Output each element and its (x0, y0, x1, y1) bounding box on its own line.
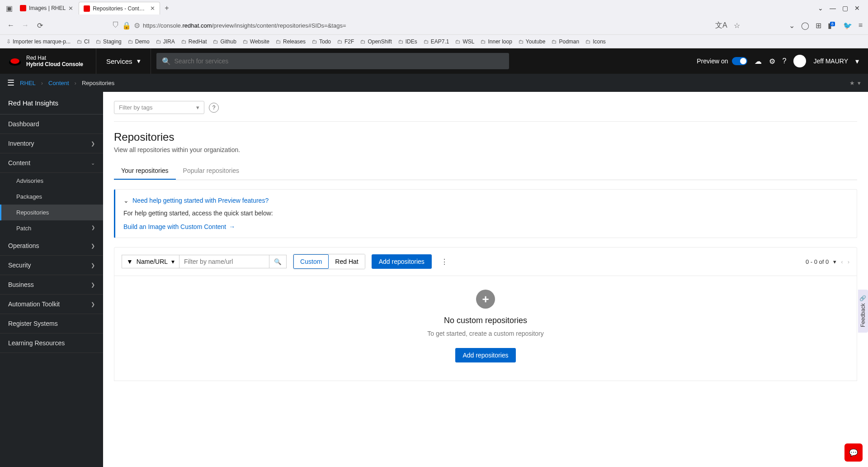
address-bar[interactable]: https://console.redhat.com/preview/insig… (143, 22, 346, 29)
bookmark-item[interactable]: 🗀JIRA (156, 38, 175, 45)
notif-icon[interactable]: ▮8 (828, 21, 837, 30)
bookmark-item[interactable]: 🗀IDEs (398, 38, 417, 45)
sidebar-subitem-repositories[interactable]: Repositories (0, 205, 103, 220)
browser-tab[interactable]: Images | RHEL ✕ (15, 2, 78, 14)
avatar[interactable] (793, 55, 806, 67)
help-icon[interactable]: ? (783, 57, 787, 65)
permissions-icon[interactable]: ⚙ (134, 21, 140, 30)
caret-down-icon[interactable]: ▾ (855, 57, 859, 66)
filter-input[interactable] (179, 255, 269, 268)
caret-down-icon: ▾ (171, 258, 175, 265)
bookmark-item[interactable]: 🗀Icons (585, 38, 606, 45)
browser-sidebar-toggle-icon[interactable]: ▣ (4, 3, 14, 14)
bookmark-item[interactable]: 🗀OpenShift (360, 38, 392, 45)
add-repositories-button[interactable]: Add repositories (455, 348, 515, 362)
new-tab-button[interactable]: + (161, 2, 172, 14)
bookmark-item[interactable]: 🗀RedHat (181, 38, 207, 45)
info-quickstart-link[interactable]: Build an Image with Custom Content → (123, 223, 849, 230)
breadcrumb-link[interactable]: RHEL (20, 80, 36, 86)
folder-icon: 🗀 (519, 38, 524, 45)
search-button[interactable]: 🔍 (269, 255, 287, 268)
bookmark-star-icon[interactable]: ☆ (734, 21, 740, 30)
bookmark-item[interactable]: 🗀Releases (276, 38, 306, 45)
star-icon[interactable]: ★ (849, 80, 855, 86)
sidebar-item-automation[interactable]: Automation Toolkit❯ (0, 295, 103, 314)
translate-icon[interactable]: 文A (715, 21, 727, 30)
page-title: Repositories (114, 131, 857, 143)
shield-icon[interactable]: ⛉ (112, 21, 119, 29)
kebab-icon[interactable]: ⋮ (438, 257, 451, 266)
caret-down-icon[interactable]: ▾ (833, 258, 836, 265)
help-icon[interactable]: ? (209, 103, 219, 113)
extensions-icon[interactable]: ⊞ (816, 21, 821, 30)
feedback-tab[interactable]: Feedback 🔗 (858, 290, 868, 333)
bookmark-item[interactable]: 🗀Todo (312, 38, 331, 45)
info-panel-toggle[interactable]: ⌄ Need help getting started with Preview… (123, 197, 849, 204)
search-services[interactable]: 🔍 (156, 53, 509, 69)
help-bubble[interactable]: 💬 (844, 443, 863, 462)
folder-icon: 🗀 (96, 38, 101, 45)
sidebar-item-dashboard[interactable]: Dashboard (0, 114, 103, 134)
sidebar-item-operations[interactable]: Operations❯ (0, 236, 103, 256)
filter-label: Name/URL (137, 258, 168, 265)
account-icon[interactable]: ◯ (801, 21, 809, 30)
caret-down-icon[interactable]: ▾ (858, 80, 861, 86)
sidebar-subitem-advisories[interactable]: Advisories (0, 173, 103, 189)
gear-icon[interactable]: ⚙ (769, 57, 775, 66)
username[interactable]: Jeff MAURY (813, 57, 848, 65)
bookmark-item[interactable]: 🗀Website (243, 38, 269, 45)
tab-popular-repos[interactable]: Popular repositories (176, 162, 247, 180)
tab-your-repos[interactable]: Your repositories (114, 162, 176, 180)
sidebar-subitem-patch[interactable]: Patch❯ (0, 220, 103, 236)
bookmark-item[interactable]: 🗀CI (77, 38, 90, 45)
bookmark-item[interactable]: 🗀WSL (455, 38, 474, 45)
hamburger-icon[interactable]: ☰ (7, 78, 14, 88)
chevron-down-icon[interactable]: ⌄ (818, 5, 823, 12)
bookmark-item[interactable]: 🗀Staging (96, 38, 122, 45)
caret-down-icon: ▾ (196, 104, 199, 111)
sidebar-item-register[interactable]: Register Systems (0, 314, 103, 334)
bookmark-item[interactable]: 🗀Demo (128, 38, 150, 45)
lock-icon[interactable]: 🔒 (122, 21, 131, 30)
twitter-icon[interactable]: 🐦 (843, 21, 852, 30)
sidebar-item-learning[interactable]: Learning Resources (0, 334, 103, 353)
browser-tab[interactable]: Repositories - Content | RHEL ✕ (79, 2, 160, 14)
cloud-icon[interactable]: ☁ (755, 57, 762, 66)
breadcrumb-link[interactable]: Content (48, 80, 69, 86)
menu-icon[interactable]: ≡ (859, 21, 863, 29)
bookmark-item[interactable]: 🗀Inner loop (481, 38, 512, 45)
reload-icon[interactable]: ⟳ (34, 21, 45, 30)
close-icon[interactable]: ✕ (150, 5, 155, 12)
bookmark-item[interactable]: ⇩Importer les marque-p... (6, 38, 71, 45)
brand-logo[interactable]: Red Hat Hybrid Cloud Console (0, 55, 96, 68)
bookmark-item[interactable]: 🗀EAP7.1 (424, 38, 449, 45)
close-icon[interactable]: ✕ (68, 5, 73, 12)
add-repositories-button[interactable]: Add repositories (372, 254, 432, 269)
close-window-icon[interactable]: ✕ (854, 5, 860, 12)
search-icon: 🔍 (162, 57, 171, 66)
toggle-redhat[interactable]: Red Hat (329, 254, 364, 269)
services-dropdown[interactable]: Services ▾ (96, 48, 151, 74)
bookmark-item[interactable]: 🗀Podman (552, 38, 579, 45)
chevron-right-icon: › (75, 80, 76, 86)
preview-toggle[interactable] (732, 57, 747, 65)
bookmark-item[interactable]: 🗀F2F (337, 38, 354, 45)
back-icon[interactable]: ← (5, 21, 16, 29)
maximize-icon[interactable]: ▢ (842, 5, 848, 12)
minimize-icon[interactable]: — (830, 5, 836, 12)
search-input[interactable] (175, 57, 504, 65)
bookmark-item[interactable]: 🗀Github (213, 38, 236, 45)
filter-type-dropdown[interactable]: ▼ Name/URL ▾ (122, 255, 179, 268)
folder-icon: 🗀 (276, 38, 281, 45)
folder-icon: 🗀 (156, 38, 161, 45)
brand-line2: Hybrid Cloud Console (26, 61, 83, 67)
sidebar-item-security[interactable]: Security❯ (0, 256, 103, 275)
sidebar-item-inventory[interactable]: Inventory❯ (0, 134, 103, 153)
bookmark-item[interactable]: 🗀Youtube (519, 38, 546, 45)
pocket-icon[interactable]: ⌄ (789, 21, 795, 30)
sidebar-subitem-packages[interactable]: Packages (0, 189, 103, 205)
sidebar-item-business[interactable]: Business❯ (0, 275, 103, 295)
tag-filter-dropdown[interactable]: Filter by tags ▾ (114, 101, 204, 114)
sidebar-item-content[interactable]: Content⌄ (0, 153, 103, 173)
toggle-custom[interactable]: Custom (293, 254, 329, 269)
